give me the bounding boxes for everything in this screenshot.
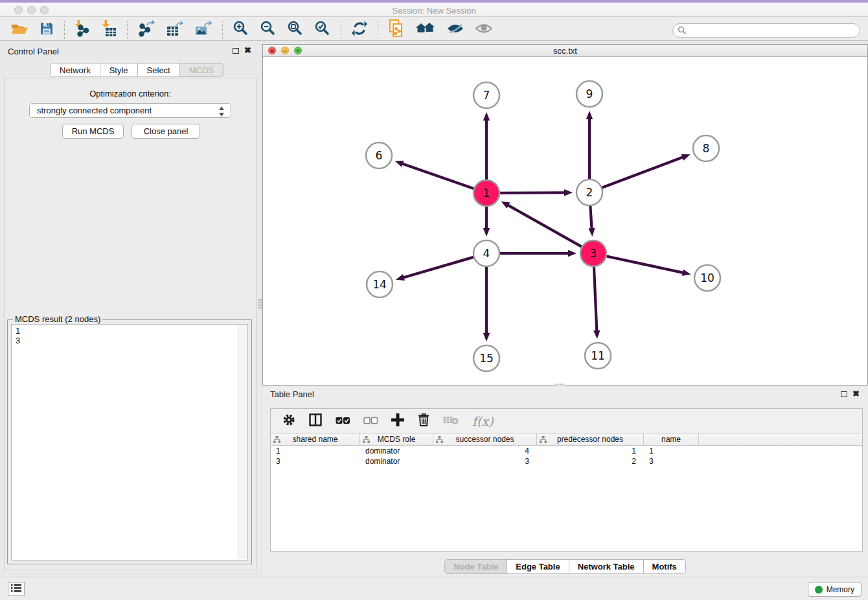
table-cell[interactable]: 1 bbox=[271, 446, 360, 456]
graph-node-label: 10 bbox=[700, 271, 714, 284]
toolbar-separator bbox=[222, 21, 223, 39]
unchecked-checkboxes-icon bbox=[363, 415, 378, 427]
table-row[interactable]: 1dominator411 bbox=[271, 446, 862, 456]
close-panel-button[interactable]: Close panel bbox=[131, 124, 200, 139]
graph-node-label: 14 bbox=[372, 278, 387, 291]
control-panel: Control Panel ✖ Network Style Select MCD… bbox=[0, 41, 260, 577]
close-table-panel-icon[interactable]: ✖ bbox=[852, 389, 860, 398]
graph-node-label: 7 bbox=[483, 89, 490, 102]
graph-edge-arrowhead bbox=[564, 189, 573, 196]
home-view-button[interactable] bbox=[410, 20, 441, 40]
clone-network-button[interactable] bbox=[383, 20, 410, 40]
export-image-button[interactable] bbox=[189, 20, 218, 40]
table-row[interactable]: 3dominator323 bbox=[271, 456, 862, 467]
delete-table-button[interactable] bbox=[438, 412, 464, 430]
export-network-button[interactable] bbox=[132, 20, 161, 40]
tab-network-table[interactable]: Network Table bbox=[569, 559, 644, 574]
graph-edge-arrowhead bbox=[588, 228, 595, 237]
list-icon bbox=[11, 583, 21, 595]
graph-edge-2-3[interactable] bbox=[590, 206, 591, 230]
tab-mcds[interactable]: MCDS bbox=[180, 63, 223, 77]
tab-motifs[interactable]: Motifs bbox=[644, 559, 686, 574]
table-cell[interactable]: 1 bbox=[537, 446, 644, 456]
column-header-shared-name[interactable]: shared name bbox=[271, 433, 360, 445]
search-input[interactable] bbox=[672, 23, 860, 38]
select-all-columns-button[interactable] bbox=[330, 413, 355, 430]
delete-column-button[interactable] bbox=[413, 411, 435, 432]
graph-edge-arrowhead bbox=[483, 333, 490, 341]
graph-edge-3-1[interactable] bbox=[507, 205, 581, 247]
mcds-result-text[interactable]: 1 3 bbox=[11, 324, 248, 560]
import-network-icon bbox=[75, 20, 91, 40]
zoom-fit-button[interactable] bbox=[282, 20, 309, 40]
show-panels-button[interactable] bbox=[470, 20, 498, 40]
export-network-icon bbox=[138, 20, 155, 40]
task-history-button[interactable] bbox=[8, 582, 25, 596]
graph-edge-4-14[interactable] bbox=[402, 257, 474, 278]
column-header-successor-nodes[interactable]: successor nodes bbox=[433, 433, 537, 445]
graph-edge-arrowhead bbox=[483, 112, 490, 121]
toolbar-separator bbox=[341, 21, 341, 39]
table-body: 1dominator4113dominator323 bbox=[271, 446, 862, 551]
table-cell[interactable]: 1 bbox=[644, 446, 699, 456]
table-cell[interactable]: 3 bbox=[433, 456, 537, 467]
status-bar: Memory bbox=[0, 577, 868, 600]
export-table-button[interactable] bbox=[161, 20, 189, 40]
network-canvas[interactable]: 7968124314101511 bbox=[263, 57, 867, 385]
graph-edge-2-8[interactable] bbox=[602, 157, 685, 188]
mcds-result-group: MCDS result (2 nodes) 1 3 bbox=[7, 319, 252, 564]
table-cell[interactable]: 3 bbox=[644, 456, 699, 467]
table-cell[interactable]: dominator bbox=[360, 456, 433, 467]
table-cell[interactable]: 4 bbox=[433, 446, 537, 456]
hide-panels-button[interactable] bbox=[441, 20, 470, 40]
save-session-button[interactable] bbox=[34, 20, 60, 40]
tab-node-table[interactable]: Node Table bbox=[444, 559, 507, 574]
network-window-title: scc.txt bbox=[263, 46, 867, 56]
graph-edge-arrowhead bbox=[483, 228, 490, 237]
import-table-button[interactable] bbox=[97, 20, 122, 40]
tab-edge-table[interactable]: Edge Table bbox=[507, 559, 569, 574]
table-cell[interactable]: 2 bbox=[537, 456, 644, 467]
refresh-icon bbox=[352, 21, 367, 39]
graph-edge-3-10[interactable] bbox=[607, 256, 685, 273]
deselect-all-columns-button[interactable] bbox=[358, 413, 383, 430]
criterion-dropdown[interactable]: strongly connected component bbox=[29, 103, 231, 118]
tab-select[interactable]: Select bbox=[138, 63, 180, 77]
open-session-button[interactable] bbox=[5, 20, 34, 40]
graph-edge-1-6[interactable] bbox=[401, 163, 474, 189]
memory-button[interactable]: Memory bbox=[808, 582, 862, 597]
vertical-splitter-handle[interactable] bbox=[258, 299, 262, 310]
graph-edge-1-2[interactable] bbox=[500, 192, 566, 193]
show-column-panel-button[interactable] bbox=[304, 411, 327, 432]
table-cell[interactable]: 3 bbox=[271, 456, 360, 467]
zoom-in-button[interactable] bbox=[227, 20, 255, 40]
memory-label: Memory bbox=[827, 585, 854, 594]
zoom-fit-icon bbox=[288, 21, 303, 39]
open-folder-icon bbox=[11, 21, 28, 38]
import-network-button[interactable] bbox=[69, 20, 97, 40]
table-settings-button[interactable] bbox=[277, 411, 301, 432]
column-header-mcds-role[interactable]: MCDS role bbox=[360, 433, 433, 445]
close-panel-icon[interactable]: ✖ bbox=[244, 45, 251, 55]
apply-layout-button[interactable] bbox=[346, 20, 373, 40]
tab-style[interactable]: Style bbox=[100, 63, 138, 77]
plus-icon bbox=[391, 413, 404, 429]
column-label: predecessor nodes bbox=[557, 435, 623, 444]
scrollbar[interactable] bbox=[238, 325, 247, 559]
run-mcds-button[interactable]: Run MCDS bbox=[62, 124, 124, 139]
float-table-panel-icon[interactable] bbox=[841, 391, 847, 397]
table-cell[interactable]: dominator bbox=[360, 446, 433, 456]
zoom-out-button[interactable] bbox=[255, 20, 282, 40]
toolbar-separator bbox=[127, 21, 128, 39]
float-panel-icon[interactable] bbox=[233, 48, 239, 54]
function-builder-button[interactable]: f(x) bbox=[467, 411, 499, 431]
graph-edge-3-11[interactable] bbox=[594, 267, 597, 332]
graph-edge-arrowhead bbox=[568, 250, 577, 257]
create-column-button[interactable] bbox=[386, 411, 409, 432]
column-header-predecessor-nodes[interactable]: predecessor nodes bbox=[537, 433, 644, 445]
home-houses-icon bbox=[416, 21, 435, 38]
tab-network[interactable]: Network bbox=[50, 63, 100, 77]
column-header-name[interactable]: name bbox=[644, 433, 699, 445]
zoom-selected-button[interactable] bbox=[309, 20, 336, 40]
graph-node-label: 2 bbox=[586, 186, 593, 199]
